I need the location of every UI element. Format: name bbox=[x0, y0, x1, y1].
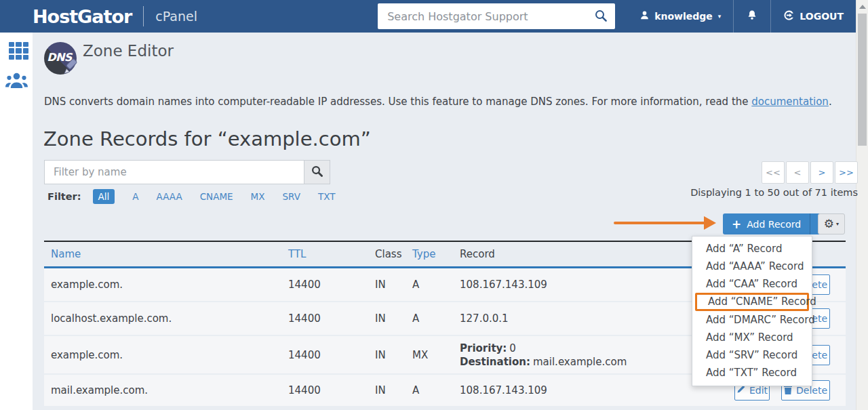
plus-icon: + bbox=[732, 218, 741, 231]
menu-item-add-srv-record[interactable]: Add “SRV” Record bbox=[692, 346, 812, 364]
dns-zone-editor-icon: DNS bbox=[44, 42, 77, 75]
username-label: knowledge bbox=[654, 11, 713, 22]
annotation-arrow bbox=[614, 222, 705, 224]
menu-item-add-mx-record[interactable]: Add “MX” Record bbox=[692, 329, 812, 346]
pagination-prev-button[interactable]: < bbox=[786, 161, 809, 184]
menu-item-add-aaaa-record[interactable]: Add “AAAA” Record bbox=[692, 258, 812, 275]
top-navbar: HostGator cPanel knowledge bbox=[0, 0, 856, 33]
column-header-record: Record bbox=[460, 242, 495, 266]
apps-grid-icon[interactable] bbox=[9, 42, 28, 60]
page-description: DNS converts domain names into computer-… bbox=[44, 96, 832, 108]
left-sidebar bbox=[0, 33, 33, 410]
settings-menu-button[interactable]: ⚙ ▾ bbox=[818, 213, 845, 234]
logout-button[interactable]: LOGOUT bbox=[771, 0, 856, 33]
documentation-link[interactable]: documentation bbox=[751, 96, 829, 108]
filter-search-button[interactable] bbox=[304, 160, 330, 184]
user-menu[interactable]: knowledge ▾ bbox=[627, 0, 733, 33]
bell-icon bbox=[746, 9, 758, 24]
logout-label: LOGOUT bbox=[800, 11, 844, 22]
column-header-ttl[interactable]: TTL bbox=[288, 248, 306, 260]
pagination-next-button[interactable]: > bbox=[810, 161, 833, 184]
menu-item-add-dmarc-record[interactable]: Add “DMARC” Record bbox=[692, 311, 812, 329]
page-scrollbar[interactable] bbox=[856, 0, 868, 410]
add-record-label: Add Record bbox=[747, 219, 801, 230]
pagination-last-button[interactable]: >> bbox=[835, 161, 858, 184]
filter-option-mx[interactable]: MX bbox=[251, 191, 265, 202]
trash-icon bbox=[784, 385, 792, 396]
filter-option-all[interactable]: All bbox=[93, 189, 115, 204]
brand-divider bbox=[143, 6, 144, 26]
filter-option-aaaa[interactable]: AAAA bbox=[157, 191, 182, 202]
filter-option-a[interactable]: A bbox=[132, 191, 138, 202]
add-record-split-button: + Add Record ▾ bbox=[723, 213, 831, 234]
gear-icon: ⚙ bbox=[824, 218, 834, 230]
search-icon bbox=[311, 165, 323, 180]
notifications-button[interactable] bbox=[734, 0, 770, 33]
filter-option-txt[interactable]: TXT bbox=[318, 191, 336, 202]
filter-by-name-group bbox=[44, 160, 330, 184]
column-header-type[interactable]: Type bbox=[412, 248, 435, 260]
add-record-button[interactable]: + Add Record bbox=[723, 213, 810, 234]
pencil-icon bbox=[63, 58, 79, 77]
pagination-first-button[interactable]: << bbox=[762, 161, 785, 184]
cpanel-label: cPanel bbox=[155, 9, 197, 24]
support-search-input[interactable] bbox=[378, 10, 587, 23]
scrollbar-up-arrow-icon[interactable] bbox=[859, 5, 866, 9]
page-title: Zone Editor bbox=[83, 42, 174, 60]
filter-option-srv[interactable]: SRV bbox=[282, 191, 300, 202]
menu-item-add-a-record[interactable]: Add “A” Record bbox=[692, 240, 812, 258]
support-search bbox=[378, 3, 615, 29]
record-type-filter: Filter: All A AAAA CNAME MX SRV TXT bbox=[47, 189, 335, 204]
support-search-button[interactable] bbox=[587, 3, 615, 29]
user-icon bbox=[639, 10, 650, 22]
menu-item-add-cname-record[interactable]: Add “CNAME” Record bbox=[695, 293, 809, 311]
user-manager-icon[interactable] bbox=[5, 72, 28, 91]
filter-by-name-input[interactable] bbox=[44, 160, 304, 184]
scrollbar-thumb[interactable] bbox=[858, 14, 867, 146]
pagination: << < > >> bbox=[762, 161, 858, 184]
search-icon bbox=[594, 9, 608, 24]
column-header-class: Class bbox=[375, 242, 401, 266]
chevron-down-icon: ▾ bbox=[718, 13, 722, 20]
chevron-down-icon: ▾ bbox=[836, 221, 839, 227]
menu-item-add-txt-record[interactable]: Add “TXT” Record bbox=[692, 364, 812, 382]
filter-option-cname[interactable]: CNAME bbox=[200, 191, 233, 202]
zone-editor-page: HostGator cPanel knowledge bbox=[0, 0, 868, 410]
zone-records-heading: Zone Records for “example.com” bbox=[43, 127, 371, 150]
annotation-arrow-head bbox=[704, 216, 716, 230]
add-record-dropdown-menu: Add “A” Record Add “AAAA” Record Add “CA… bbox=[692, 236, 812, 386]
hostgator-logo[interactable]: HostGator bbox=[33, 6, 132, 27]
pagination-summary: Displaying 1 to 50 out of 71 items bbox=[690, 187, 858, 198]
pencil-icon bbox=[736, 385, 745, 396]
filter-label: Filter: bbox=[47, 191, 81, 202]
menu-item-add-caa-record[interactable]: Add “CAA” Record bbox=[692, 275, 812, 293]
column-header-name[interactable]: Name bbox=[51, 248, 81, 260]
logout-icon bbox=[783, 9, 795, 23]
